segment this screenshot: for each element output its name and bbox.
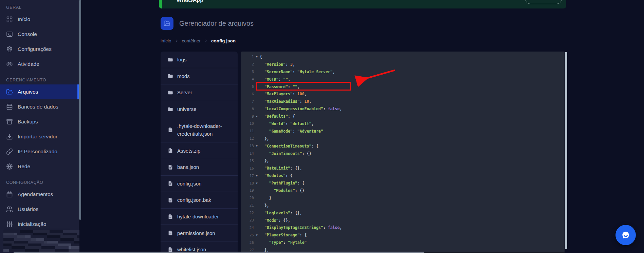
breadcrumb-container[interactable]: contêiner	[182, 38, 201, 43]
sidebar-item-label: Início	[18, 16, 30, 22]
code-line-9: 9▼ "Defaults": {	[241, 113, 565, 120]
file-name: logs	[177, 56, 187, 63]
sidebar-item-arquivos[interactable]: Arquivos	[0, 84, 79, 99]
file-row-server[interactable]: Server	[161, 84, 238, 101]
code-text: "PlayerStorage": {	[260, 233, 307, 237]
file-row--hytale-downloader-credentials-json[interactable]: .hytale-downloader-credentials.json	[161, 117, 238, 142]
file-name: hytale-downloader	[177, 213, 219, 220]
file-name: bans.json	[177, 163, 199, 171]
file-list: logsmodsServeruniverse.hytale-downloader…	[161, 52, 238, 253]
code-editor[interactable]: 1▼{2 "Version": 3,3 "ServerName": "Hytal…	[241, 52, 565, 252]
sidebar-item-label: IP Personalizado	[18, 149, 57, 155]
code-line-26: 26 "Type": "Hytale"	[241, 239, 565, 246]
sidebar-item-ip-personalizado[interactable]: IP Personalizado	[0, 144, 79, 159]
code-line-15: 15 },	[241, 157, 565, 164]
code-line-18: 18▼ "PathPlugin": {	[241, 179, 565, 187]
sidebar-item-console[interactable]: Console	[0, 27, 79, 42]
file-row-bans-json[interactable]: bans.json	[161, 159, 238, 176]
chat-widget-button[interactable]	[615, 225, 636, 245]
sidebar-section: CONFIGURAÇÃOAgendamentosUsuáriosIniciali…	[0, 180, 79, 232]
code-line-21: 21 },	[241, 202, 565, 209]
code-line-19: 19 "Modules": {}	[241, 187, 565, 194]
file-row-assets-zip[interactable]: Assets.zip	[161, 142, 238, 159]
file-row-whitelist-json[interactable]: whitelist.json	[161, 241, 238, 253]
file-icon	[168, 230, 173, 236]
line-number: 5	[241, 84, 254, 89]
file-row-config-json-bak[interactable]: config.json.bak	[161, 192, 238, 209]
file-row-permissions-json[interactable]: permissions.json	[161, 225, 238, 241]
sidebar-scrollbar-thumb[interactable]	[79, 0, 81, 220]
file-manager-header: Gerenciador de arquivos	[161, 17, 254, 30]
sidebar-item-agendamentos[interactable]: Agendamentos	[0, 187, 79, 202]
folder-icon	[168, 73, 173, 79]
calendar-icon	[6, 191, 13, 198]
breadcrumb-home[interactable]: início	[161, 38, 171, 43]
code-text: "PathPlugin": {	[260, 181, 305, 186]
server-panel-app: GERALInícioConsoleConfiguraçõesAtividade…	[0, 0, 644, 253]
sidebar-item-rede[interactable]: Rede	[0, 159, 79, 174]
breadcrumb: início contêiner config.json	[161, 38, 236, 43]
code-text: "Version": 3,	[260, 62, 295, 67]
sidebar-item-backups[interactable]: Backups	[0, 114, 79, 129]
sidebar-item-label: Console	[18, 31, 37, 37]
file-name: permissions.json	[177, 229, 215, 237]
code-line-13: 13▼ "ConnectionTimeouts": {	[241, 142, 565, 150]
sidebar-item-configuracoes[interactable]: Configurações	[0, 42, 79, 57]
gear-icon	[6, 46, 13, 53]
code-text: "LogLevels": {},	[260, 211, 302, 215]
sidebar-section: GERENCIAMENTOArquivosBancos de dadosBack…	[0, 78, 79, 174]
code-text: "MOTD": "",	[260, 77, 290, 82]
sidebar-item-usuarios[interactable]: Usuários	[0, 202, 79, 217]
file-name: universe	[177, 105, 197, 113]
line-number: 19	[241, 188, 254, 193]
code-text: {	[260, 55, 262, 59]
editor-scrollbar-thumb[interactable]	[565, 52, 567, 249]
sidebar-item-importar-servidor[interactable]: Importar servidor	[0, 129, 79, 144]
link-icon	[6, 148, 13, 155]
line-number: 25	[241, 233, 254, 237]
sidebar-section-header: CONFIGURAÇÃO	[6, 180, 79, 185]
sidebar-item-label: Bancos de dados	[18, 104, 58, 110]
file-row-universe[interactable]: universe	[161, 101, 238, 118]
file-icon	[168, 197, 173, 203]
sidebar-section-header: GERAL	[6, 5, 79, 10]
file-icon	[168, 181, 173, 186]
sidebar-item-label: Usuários	[18, 206, 38, 212]
file-row-logs[interactable]: logs	[161, 52, 238, 68]
sidebar-divider	[4, 229, 70, 229]
fold-arrow-icon[interactable]: ▼	[254, 55, 260, 58]
fold-arrow-icon[interactable]: ▼	[254, 174, 260, 177]
file-row-config-json[interactable]: config.json	[161, 176, 238, 192]
line-number: 1	[241, 55, 254, 59]
code-line-4: 4 "MOTD": "",	[241, 76, 565, 83]
code-line-5: 5 "Password": "",	[241, 83, 565, 91]
code-line-17: 17▼ "Modules": {	[241, 172, 565, 179]
code-text: "MaxPlayers": 100,	[260, 92, 307, 96]
sidebar-item-inicio[interactable]: Início	[0, 12, 79, 27]
fold-arrow-icon[interactable]: ▼	[254, 234, 260, 237]
line-number: 7	[241, 99, 254, 104]
fold-arrow-icon[interactable]: ▼	[254, 144, 260, 148]
sidebar-item-label: Importar servidor	[18, 134, 57, 140]
code-line-16: 16 "RateLimit": {},	[241, 164, 565, 172]
fold-arrow-icon[interactable]: ▼	[254, 182, 260, 185]
code-line-6: 6 "MaxPlayers": 100,	[241, 90, 565, 98]
code-line-24: 24 "DisplayTmpTagsInStrings": false,	[241, 224, 565, 231]
sidebar-item-label: Inicialização	[18, 221, 46, 227]
sidebar-item-inicializacao[interactable]: Inicialização	[0, 217, 79, 232]
file-row-hytale-downloader[interactable]: hytale-downloader	[161, 209, 238, 225]
code-text: },	[260, 203, 269, 208]
code-text: "Modules": {}	[260, 188, 305, 193]
banner-action-button[interactable]	[525, 0, 562, 4]
file-row-mods[interactable]: mods	[161, 68, 238, 85]
line-number: 13	[241, 144, 254, 148]
code-line-11: 11 "GameMode": "Adventure"	[241, 128, 565, 135]
horizontal-scrollbar-thumb[interactable]	[14, 252, 424, 253]
fold-arrow-icon[interactable]: ▼	[254, 115, 260, 118]
sidebar-item-atividade[interactable]: Atividade	[0, 57, 79, 72]
sidebar-item-bancos-de-dados[interactable]: Bancos de dados	[0, 99, 79, 114]
code-line-8: 8 "LocalCompressionEnabled": false,	[241, 105, 565, 113]
code-text: "RateLimit": {},	[260, 166, 302, 171]
folder-icon	[168, 90, 173, 95]
file-name: Server	[177, 89, 192, 96]
